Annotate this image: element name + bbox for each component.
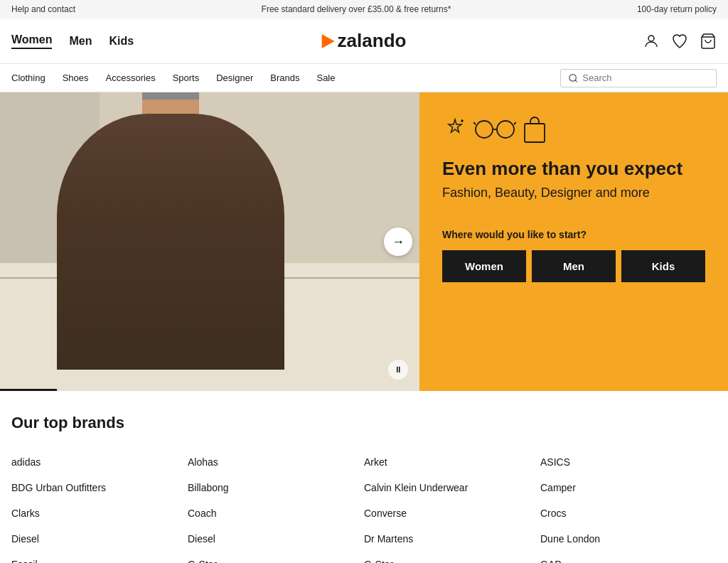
account-button[interactable]	[643, 33, 660, 50]
svg-point-6	[476, 121, 493, 138]
cta-men-button[interactable]: Men	[532, 250, 616, 282]
svg-line-9	[473, 122, 476, 124]
person-body	[57, 114, 284, 370]
nav-women[interactable]: Women	[11, 33, 52, 49]
brand-crocs[interactable]: Crocs	[540, 500, 717, 526]
logo-text: zalando	[338, 30, 407, 52]
header-actions	[643, 33, 717, 50]
logo[interactable]: zalando	[322, 30, 407, 52]
hero-next-button[interactable]: →	[384, 227, 412, 256]
brand-fossil[interactable]: Fossil	[11, 552, 188, 563]
hero-title: Even more than you expect	[442, 158, 705, 180]
subnav-sports[interactable]: Sports	[173, 73, 200, 83]
brand-gap[interactable]: GAP	[540, 552, 717, 563]
subnav-sale[interactable]: Sale	[316, 73, 335, 83]
hero-section: → ⏸	[0, 92, 728, 391]
wishlist-button[interactable]	[671, 33, 688, 50]
svg-point-0	[648, 36, 654, 41]
nav-kids[interactable]: Kids	[109, 35, 134, 48]
svg-rect-11	[525, 124, 545, 142]
person-figure	[57, 114, 284, 370]
search-input[interactable]	[582, 73, 709, 83]
subnav-accessories[interactable]: Accessories	[106, 73, 156, 83]
brand-gstar-2[interactable]: G-Star	[364, 552, 540, 563]
cta-women-button[interactable]: Women	[442, 250, 526, 282]
hero-subtitle: Fashion, Beauty, Designer and more	[442, 186, 705, 200]
hero-content: Even more than you expect Fashion, Beaut…	[419, 92, 728, 391]
hero-progress-bar	[0, 389, 57, 391]
hero-photo-scene	[0, 92, 419, 391]
subnav-shoes[interactable]: Shoes	[63, 73, 89, 83]
person-hair	[142, 92, 199, 100]
svg-point-2	[569, 74, 577, 81]
cta-kids-button[interactable]: Kids	[621, 250, 705, 282]
top-banner: Help and contact Free standard delivery …	[0, 0, 728, 18]
brand-arket[interactable]: Arket	[364, 449, 540, 475]
hero-icons	[442, 115, 705, 144]
brands-title: Our top brands	[11, 414, 717, 432]
brand-adidas[interactable]: adidas	[11, 449, 188, 475]
brand-asics[interactable]: ASICS	[540, 449, 717, 475]
brand-gstar[interactable]: G-Star	[188, 552, 364, 563]
brand-billabong[interactable]: Billabong	[188, 475, 364, 500]
svg-line-3	[575, 80, 577, 82]
search-icon	[568, 73, 578, 84]
brand-dr-martens[interactable]: Dr Martens	[364, 526, 540, 552]
glasses-icon	[473, 119, 516, 140]
brand-diesel[interactable]: Diesel	[11, 526, 188, 552]
search-box	[560, 69, 717, 87]
svg-point-7	[497, 121, 514, 138]
brand-clarks[interactable]: Clarks	[11, 500, 188, 526]
brand-ck-underwear[interactable]: Calvin Klein Underwear	[364, 475, 540, 500]
bag-icon	[522, 115, 547, 144]
hero-pause-button[interactable]: ⏸	[388, 360, 408, 380]
brand-alohas[interactable]: Alohas	[188, 449, 364, 475]
nav-men[interactable]: Men	[69, 35, 92, 48]
brand-coach[interactable]: Coach	[188, 500, 364, 526]
brand-dune-london[interactable]: Dune London	[540, 526, 717, 552]
subnav-brands[interactable]: Brands	[270, 73, 299, 83]
help-contact-link[interactable]: Help and contact	[11, 4, 75, 14]
brand-camper[interactable]: Camper	[540, 475, 717, 500]
sub-nav: Clothing Shoes Accessories Sports Design…	[0, 64, 728, 92]
subnav-designer[interactable]: Designer	[216, 73, 253, 83]
hero-image: → ⏸	[0, 92, 419, 391]
brands-grid: adidas Alohas Arket ASICS BDG Urban Outf…	[11, 449, 717, 563]
sparkle-icon	[442, 117, 468, 142]
hero-cta-label: Where would you like to start?	[442, 229, 705, 240]
brand-bdg[interactable]: BDG Urban Outfitters	[11, 475, 188, 500]
brand-converse[interactable]: Converse	[364, 500, 540, 526]
cart-button[interactable]	[700, 33, 717, 50]
delivery-info: Free standard delivery over £35.00 & fre…	[262, 4, 451, 14]
return-policy[interactable]: 100-day return policy	[637, 4, 717, 14]
logo-play-icon	[322, 34, 335, 48]
hero-cta-buttons: Women Men Kids	[442, 250, 705, 282]
header: Women Men Kids zalando	[0, 18, 728, 64]
subnav-clothing[interactable]: Clothing	[11, 73, 46, 83]
brands-section: Our top brands adidas Alohas Arket ASICS…	[0, 391, 728, 563]
main-nav: Women Men Kids	[11, 33, 134, 49]
brand-diesel-2[interactable]: Diesel	[188, 526, 364, 552]
svg-line-10	[514, 122, 516, 124]
